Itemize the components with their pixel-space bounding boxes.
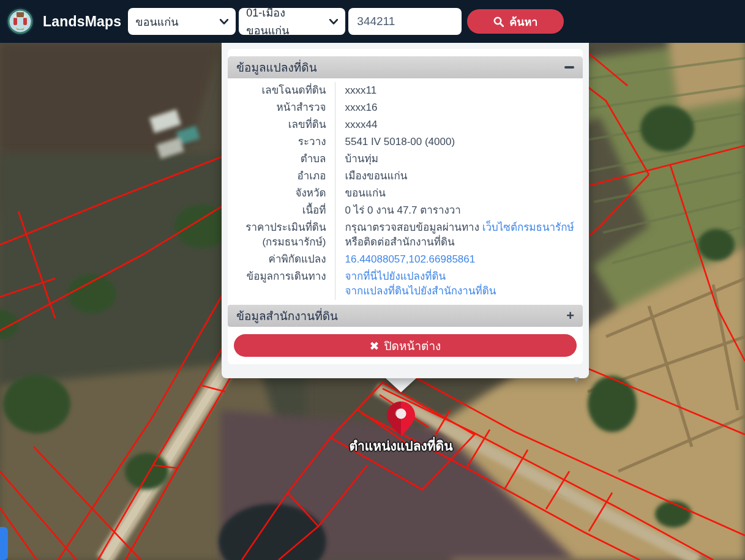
row-label: ราคาประเมินที่ดิน (กรมธนารักษ์) — [228, 219, 335, 251]
appraisal-text: กรุณาตรวจสอบข้อมูลผ่านทาง — [345, 222, 482, 233]
parcel-section-header[interactable]: ข้อมูลแปลงที่ดิน — [228, 56, 583, 78]
chevron-down-icon — [329, 19, 338, 24]
row-label: ข้อมูลการเดินทาง — [228, 268, 335, 300]
table-row: จังหวัด ขอนแก่น — [228, 185, 583, 202]
row-label: เนื้อที่ — [228, 202, 335, 219]
table-row-coordinates: ค่าพิกัดแปลง 16.44088057,102.66985861 — [228, 251, 583, 268]
row-value: xxxx44 — [335, 116, 583, 133]
table-row: หน้าสำรวจ xxxx16 — [228, 99, 583, 116]
appraisal-label-line1: ราคาประเมินที่ดิน — [228, 220, 326, 235]
directions-to-office-link[interactable]: จากแปลงที่ดินไปยังสำนักงานที่ดิน — [345, 285, 496, 297]
close-window-button[interactable]: ✖ปิดหน้าต่าง — [234, 334, 577, 357]
row-value: 5541 IV 5018-00 (4000) — [335, 133, 583, 151]
close-button-label: ปิดหน้าต่าง — [384, 340, 441, 353]
row-value: จากที่นี่ไปยังแปลงที่ดิน จากแปลงที่ดินไป… — [335, 268, 583, 300]
search-button[interactable]: ค้นหา — [467, 9, 564, 34]
row-value: 16.44088057,102.66985861 — [335, 251, 583, 268]
search-button-label: ค้นหา — [509, 13, 537, 31]
collapse-icon[interactable] — [564, 66, 574, 69]
district-select[interactable]: 01-เมืองขอนแก่น — [239, 8, 345, 35]
row-label: เลขที่ดิน — [228, 116, 335, 133]
office-section-header[interactable]: ข้อมูลสำนักงานที่ดิน + — [228, 305, 583, 327]
row-value: xxxx11 — [335, 82, 583, 99]
top-navbar: LandsMaps ขอนแก่น 01-เมืองขอนแก่น ค้นหา — [0, 0, 745, 43]
parcel-location-marker[interactable] — [386, 401, 416, 436]
row-value: xxxx16 — [335, 99, 583, 116]
province-select-value: ขอนแก่น — [135, 13, 178, 31]
table-row: ระวาง 5541 IV 5018-00 (4000) — [228, 133, 583, 151]
scroll-down-icon[interactable]: ▼ — [572, 374, 581, 384]
table-row: ตำบล บ้านทุ่ม — [228, 151, 583, 168]
province-select[interactable]: ขอนแก่น — [128, 8, 236, 35]
row-value: ขอนแก่น — [335, 185, 583, 202]
close-icon: ✖ — [370, 340, 380, 353]
parcel-info-table: เลขโฉนดที่ดิน xxxx11 หน้าสำรวจ xxxx16 เล… — [228, 82, 583, 300]
treasury-website-link[interactable]: เว็บไซต์กรมธนารักษ์ — [482, 222, 574, 233]
row-value: บ้านทุ่ม — [335, 151, 583, 168]
parcel-info-card: ข้อมูลแปลงที่ดิน เลขโฉนดที่ดิน xxxx11 หน… — [228, 49, 583, 364]
row-label: ระวาง — [228, 133, 335, 151]
dol-logo — [6, 7, 35, 36]
appraisal-label-line2: (กรมธนารักษ์) — [228, 235, 326, 250]
search-icon — [493, 17, 504, 27]
parcel-number-input[interactable] — [348, 8, 462, 35]
row-value: 0 ไร่ 0 งาน 47.7 ตารางวา — [335, 202, 583, 219]
table-row-travel: ข้อมูลการเดินทาง จากที่นี่ไปยังแปลงที่ดิ… — [228, 268, 583, 300]
district-select-value: 01-เมืองขอนแก่น — [246, 4, 323, 39]
row-value: เมืองขอนแก่น — [335, 168, 583, 185]
row-label: หน้าสำรวจ — [228, 99, 335, 116]
table-row: เลขที่ดิน xxxx44 — [228, 116, 583, 133]
parcel-section-title: ข้อมูลแปลงที่ดิน — [236, 58, 317, 77]
row-label: ค่าพิกัดแปลง — [228, 251, 335, 268]
appraisal-text-line2: หรือติดต่อสำนักงานที่ดิน — [345, 235, 583, 250]
table-row: เลขโฉนดที่ดิน xxxx11 — [228, 82, 583, 99]
expand-icon[interactable]: + — [566, 309, 574, 323]
edge-panel-button[interactable] — [0, 527, 8, 560]
popup-footer: ▼ — [228, 364, 583, 392]
row-label: จังหวัด — [228, 185, 335, 202]
row-label: อำเภอ — [228, 168, 335, 185]
coordinates-link[interactable]: 16.44088057,102.66985861 — [345, 253, 476, 265]
table-row: อำเภอ เมืองขอนแก่น — [228, 168, 583, 185]
row-label: ตำบล — [228, 151, 335, 168]
parcel-info-popup: ข้อมูลแปลงที่ดิน เลขโฉนดที่ดิน xxxx11 หน… — [222, 43, 589, 378]
marker-label: ตำแหน่งแปลงที่ดิน — [331, 436, 471, 456]
row-value: กรุณาตรวจสอบข้อมูลผ่านทาง เว็บไซต์กรมธนา… — [335, 219, 583, 251]
directions-to-parcel-link[interactable]: จากที่นี่ไปยังแปลงที่ดิน — [345, 271, 446, 282]
app-title: LandsMaps — [43, 13, 121, 30]
table-row-appraisal: ราคาประเมินที่ดิน (กรมธนารักษ์) กรุณาตรว… — [228, 219, 583, 251]
row-label: เลขโฉนดที่ดิน — [228, 82, 335, 99]
office-section-title: ข้อมูลสำนักงานที่ดิน — [236, 307, 338, 325]
chevron-down-icon — [220, 19, 228, 24]
table-row: เนื้อที่ 0 ไร่ 0 งาน 47.7 ตารางวา — [228, 202, 583, 219]
